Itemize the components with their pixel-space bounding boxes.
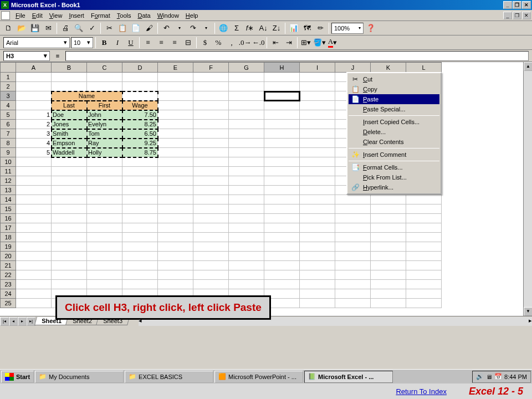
font-size-dropdown[interactable]: 10▾ — [71, 37, 93, 48]
doc-restore-button[interactable]: ❐ — [513, 12, 521, 19]
context-menu-item[interactable]: 📋Copy — [349, 84, 439, 94]
cell[interactable]: 8.25 — [122, 120, 158, 129]
col-header-b[interactable]: B — [52, 63, 87, 73]
row-header[interactable]: 5 — [1, 110, 16, 120]
comma-button[interactable]: , — [226, 37, 238, 49]
row-header[interactable]: 20 — [1, 252, 16, 261]
cell[interactable]: 7.50 — [122, 110, 158, 120]
equals-button[interactable]: = — [52, 53, 63, 59]
context-menu-item[interactable]: 📄Paste — [349, 94, 439, 104]
redo-dropdown[interactable]: ▾ — [200, 22, 212, 34]
start-button[interactable]: Start — [1, 371, 34, 383]
context-menu-item[interactable]: Paste Special... — [349, 104, 439, 114]
map-button[interactable]: 🗺 — [301, 22, 313, 34]
bold-button[interactable]: B — [98, 37, 110, 49]
tab-nav-first[interactable]: |◂ — [0, 317, 9, 326]
menu-window[interactable]: Window — [154, 11, 182, 20]
spellcheck-button[interactable]: ✓ — [86, 22, 98, 34]
underline-button[interactable]: U — [125, 37, 137, 49]
menu-edit[interactable]: Edit — [29, 11, 46, 20]
context-menu-item[interactable]: Delete... — [349, 127, 439, 137]
print-preview-button[interactable]: 🔍 — [73, 22, 85, 34]
percent-button[interactable]: % — [212, 37, 224, 49]
cell[interactable]: Smith — [52, 129, 87, 139]
active-cell-h3[interactable] — [264, 91, 300, 101]
col-header-c[interactable]: C — [87, 63, 122, 73]
row-header[interactable]: 17 — [1, 223, 16, 233]
vertical-scrollbar[interactable]: ▲ ▼ — [523, 62, 532, 316]
row-header[interactable]: 12 — [1, 176, 16, 186]
col-header-l[interactable]: L — [406, 63, 442, 73]
col-header-f[interactable]: F — [193, 63, 229, 73]
sort-asc-button[interactable]: A↓ — [257, 22, 269, 34]
redo-button[interactable]: ↷ — [187, 22, 199, 34]
row-header[interactable]: 6 — [1, 120, 16, 129]
align-left-button[interactable]: ≡ — [142, 37, 154, 49]
minimize-button[interactable]: _ — [503, 1, 512, 9]
formula-input[interactable] — [65, 51, 529, 61]
zoom-dropdown[interactable]: 100%▾ — [331, 23, 364, 34]
context-menu-item[interactable]: 📑Format Cells... — [349, 162, 439, 172]
row-header[interactable]: 11 — [1, 167, 16, 176]
align-right-button[interactable]: ≡ — [168, 37, 181, 49]
taskbar-task[interactable]: 📗Microsoft Excel - ... — [304, 371, 393, 383]
name-box[interactable]: H3▾ — [3, 51, 50, 61]
col-header-i[interactable]: I — [300, 63, 335, 73]
return-to-index-link[interactable]: Return To Index — [396, 387, 447, 396]
help-button[interactable]: ❓ — [365, 22, 377, 34]
format-painter-button[interactable]: 🖌 — [143, 22, 155, 34]
taskbar-task[interactable]: 📁EXCEL BASICS — [125, 371, 213, 383]
row-header[interactable]: 15 — [1, 204, 16, 214]
row-header[interactable]: 10 — [1, 157, 16, 167]
taskbar-task[interactable]: 🟧Microsoft PowerPoint - ... — [214, 371, 303, 383]
print-button[interactable]: 🖨 — [59, 22, 71, 34]
font-name-dropdown[interactable]: Arial▾ — [3, 37, 70, 48]
function-button[interactable]: f∗ — [244, 22, 256, 34]
close-button[interactable]: ✕ — [522, 1, 531, 9]
menu-insert[interactable]: Insert — [65, 11, 88, 20]
row-header[interactable]: 3 — [1, 91, 16, 101]
row-header[interactable]: 8 — [1, 139, 16, 148]
cell[interactable]: Name — [52, 91, 122, 101]
maximize-button[interactable]: ❐ — [513, 1, 521, 9]
cell[interactable]: Evelyn — [87, 120, 122, 129]
doc-minimize-button[interactable]: _ — [503, 12, 512, 19]
cell[interactable]: Waddell — [52, 148, 87, 157]
row-header[interactable]: 18 — [1, 233, 16, 242]
italic-button[interactable]: I — [111, 37, 124, 49]
col-header-h[interactable]: H — [264, 63, 300, 73]
undo-dropdown[interactable]: ▾ — [173, 22, 186, 34]
context-menu-item[interactable]: Insert Copied Cells... — [349, 117, 439, 127]
row-header[interactable]: 9 — [1, 148, 16, 157]
col-header-k[interactable]: K — [371, 63, 406, 73]
chart-button[interactable]: 📊 — [288, 22, 300, 34]
currency-button[interactable]: $ — [199, 37, 211, 49]
drawing-button[interactable]: ✏ — [314, 22, 326, 34]
select-all-corner[interactable] — [1, 63, 16, 73]
fill-color-button[interactable]: 🪣▾ — [313, 37, 325, 49]
increase-indent-button[interactable]: ⇥ — [283, 37, 295, 49]
tray-icon[interactable]: 📅 — [494, 373, 502, 380]
row-header[interactable]: 7 — [1, 129, 16, 139]
menu-file[interactable]: File — [12, 11, 29, 20]
col-header-j[interactable]: J — [335, 63, 371, 73]
scroll-up-button[interactable]: ▲ — [524, 62, 532, 71]
cut-button[interactable]: ✂ — [103, 22, 115, 34]
save-button[interactable]: 💾 — [29, 22, 41, 34]
menu-format[interactable]: Format — [88, 11, 114, 20]
align-center-button[interactable]: ≡ — [155, 37, 167, 49]
decrease-indent-button[interactable]: ⇤ — [269, 37, 282, 49]
cell[interactable]: First — [87, 101, 122, 110]
row-header[interactable]: 19 — [1, 242, 16, 252]
cell[interactable]: Ray — [87, 139, 122, 148]
hyperlink-button[interactable]: 🌐 — [217, 22, 229, 34]
col-header-d[interactable]: D — [122, 63, 158, 73]
taskbar-task[interactable]: 📁My Documents — [35, 371, 124, 383]
cell[interactable]: 9.25 — [122, 139, 158, 148]
doc-close-button[interactable]: ✕ — [522, 12, 531, 19]
increase-decimal-button[interactable]: .0→ — [239, 37, 251, 49]
open-button[interactable]: 📂 — [16, 22, 28, 34]
context-menu-item[interactable]: ✨Insert Comment — [349, 150, 439, 160]
font-color-button[interactable]: A▾ — [326, 37, 339, 49]
cell[interactable]: 8.75 — [122, 148, 158, 157]
